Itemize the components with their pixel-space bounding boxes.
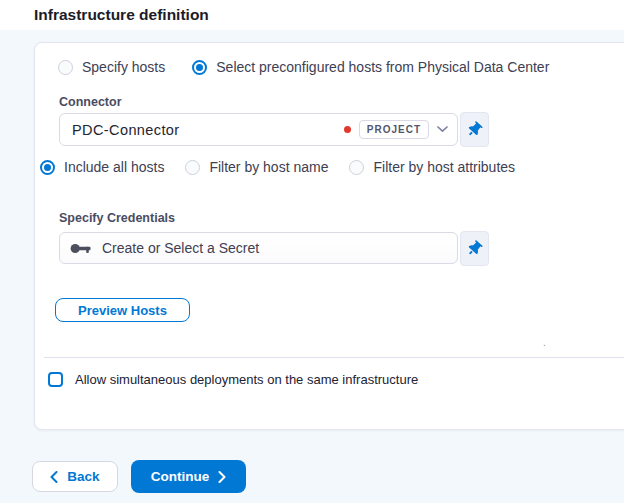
scope-badge: PROJECT [359,120,429,139]
continue-button[interactable]: Continue [131,460,246,493]
preview-hosts-button[interactable]: Preview Hosts [55,298,190,322]
stray-mark: . [543,337,546,348]
radio-selected-icon [192,60,207,75]
connector-value: PDC-Connector [72,122,344,138]
host-source-radio-group: Specify hosts Select preconfigured hosts… [58,59,549,75]
checkbox-unchecked-icon[interactable] [48,372,63,387]
page-title: Infrastructure definition [34,6,209,24]
back-button-label: Back [67,469,99,484]
host-filter-radio-group: Include all hosts Filter by host name Fi… [40,159,515,175]
radio-preconfigured-hosts-label: Select preconfigured hosts from Physical… [216,59,549,75]
radio-unselected-icon [185,160,200,175]
pin-icon [464,238,485,259]
connector-select[interactable]: PDC-Connector PROJECT [59,113,458,146]
credentials-runtime-pin-button[interactable] [460,231,489,266]
credentials-field: Create or Select a Secret [59,232,489,266]
divider [44,357,624,358]
connector-right-group: PROJECT [344,120,448,139]
continue-button-label: Continue [151,469,210,484]
infrastructure-definition-screen: Infrastructure definition Specify hosts … [0,0,624,503]
simultaneous-deployments-label: Allow simultaneous deployments on the sa… [75,372,418,387]
radio-selected-icon [40,160,55,175]
chevron-right-icon [218,471,226,483]
radio-include-all-hosts-label: Include all hosts [64,159,164,175]
infrastructure-card: Specify hosts Select preconfigured hosts… [34,42,624,430]
scope-status-dot [344,126,351,133]
pin-icon [464,119,485,140]
secret-select-button[interactable]: Create or Select a Secret [59,232,458,264]
radio-unselected-icon [58,60,73,75]
secret-placeholder: Create or Select a Secret [102,240,259,256]
radio-filter-by-host-name-label: Filter by host name [209,159,328,175]
connector-field: PDC-Connector PROJECT [59,113,489,147]
radio-specify-hosts[interactable]: Specify hosts [58,59,165,75]
radio-filter-by-host-name[interactable]: Filter by host name [185,159,328,175]
chevron-left-icon [50,471,58,483]
radio-filter-by-host-attributes[interactable]: Filter by host attributes [349,159,515,175]
connector-runtime-pin-button[interactable] [460,112,489,147]
radio-filter-by-host-attributes-label: Filter by host attributes [373,159,515,175]
simultaneous-deployments-row[interactable]: Allow simultaneous deployments on the sa… [48,372,418,387]
radio-specify-hosts-label: Specify hosts [82,59,165,75]
connector-label: Connector [59,95,122,109]
radio-preconfigured-hosts[interactable]: Select preconfigured hosts from Physical… [192,59,549,75]
radio-include-all-hosts[interactable]: Include all hosts [40,159,164,175]
key-icon [70,242,92,255]
credentials-label: Specify Credentials [59,211,175,225]
back-button[interactable]: Back [32,461,118,492]
radio-unselected-icon [349,160,364,175]
chevron-down-icon[interactable] [437,126,448,133]
